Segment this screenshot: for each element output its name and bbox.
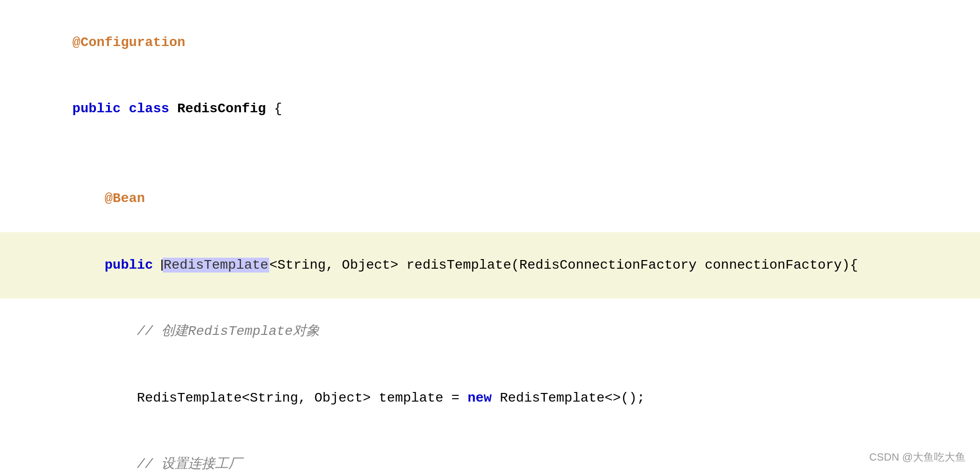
- comment-token: // 设置连接工厂: [137, 457, 241, 472]
- highlighted-word: RedisTemplate: [163, 258, 269, 273]
- code-line-highlighted: public RedisTemplate<String, Object> red…: [0, 232, 980, 298]
- code-content: @Configuration: [19, 11, 980, 75]
- code-line: RedisTemplate<String, Object> template =…: [0, 365, 980, 431]
- code-line: // 创建RedisTemplate对象: [0, 298, 980, 365]
- normal-token: [153, 258, 161, 273]
- code-line: [0, 142, 980, 166]
- code-content: // 创建RedisTemplate对象: [19, 299, 980, 364]
- code-content: [19, 143, 980, 165]
- normal-token: [492, 391, 500, 405]
- annotation-token: @Configuration: [72, 35, 185, 50]
- code-line: // 设置连接工厂: [0, 431, 980, 475]
- indent-token: [72, 391, 137, 405]
- normal-token: RedisConfig {: [169, 101, 282, 116]
- keyword-token: new: [467, 391, 491, 405]
- code-line: @Bean: [0, 166, 980, 232]
- keyword-token: class: [129, 101, 169, 116]
- comment-token: // 创建RedisTemplate对象: [137, 324, 320, 339]
- code-content: RedisTemplate<String, Object> template =…: [19, 366, 980, 430]
- code-line: @Configuration: [0, 10, 980, 76]
- code-container: @Configuration public class RedisConfig …: [0, 0, 980, 475]
- type-token: RedisTemplate: [137, 391, 241, 405]
- keyword-token: public: [105, 258, 153, 273]
- indent-token: [72, 457, 137, 472]
- normal-token: <String, Object> redisTemplate(RedisConn…: [269, 258, 858, 273]
- keyword-token: public: [72, 101, 121, 116]
- code-line: public class RedisConfig {: [0, 76, 980, 142]
- code-content: public RedisTemplate<String, Object> red…: [19, 233, 980, 297]
- indent-token: [72, 324, 137, 339]
- indent-token: [72, 258, 105, 273]
- normal-token: [72, 191, 105, 206]
- code-content: public class RedisConfig {: [19, 77, 980, 141]
- normal-token: <String, Object> template =: [242, 391, 467, 405]
- code-content: // 设置连接工厂: [19, 432, 980, 475]
- annotation-token: @Bean: [105, 191, 145, 206]
- type-token: RedisTemplate: [500, 391, 604, 405]
- watermark: CSDN @大鱼吃大鱼: [869, 449, 966, 465]
- normal-token: [121, 101, 129, 116]
- code-content: @Bean: [19, 167, 980, 231]
- normal-token: <>();: [605, 391, 645, 405]
